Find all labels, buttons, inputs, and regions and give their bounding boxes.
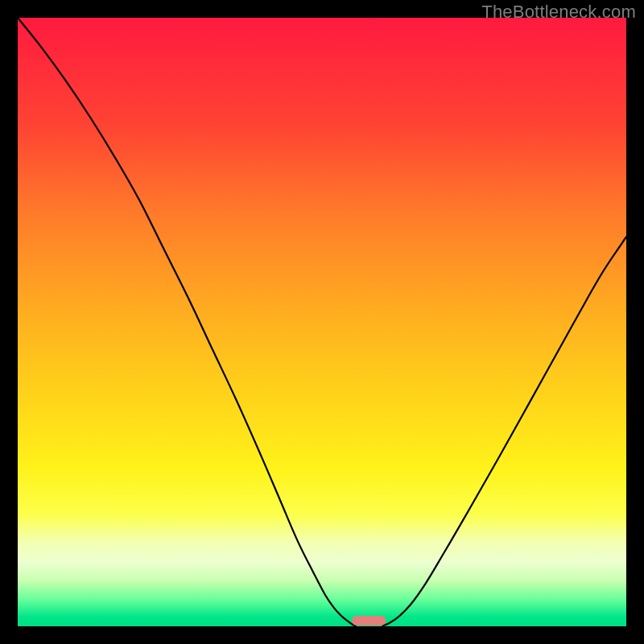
optimal-marker — [352, 616, 386, 625]
gradient-background — [18, 18, 626, 626]
plot-area — [18, 18, 626, 626]
chart-frame: TheBottleneck.com — [0, 0, 644, 644]
watermark-text: TheBottleneck.com — [481, 2, 636, 23]
chart-svg — [18, 18, 626, 626]
